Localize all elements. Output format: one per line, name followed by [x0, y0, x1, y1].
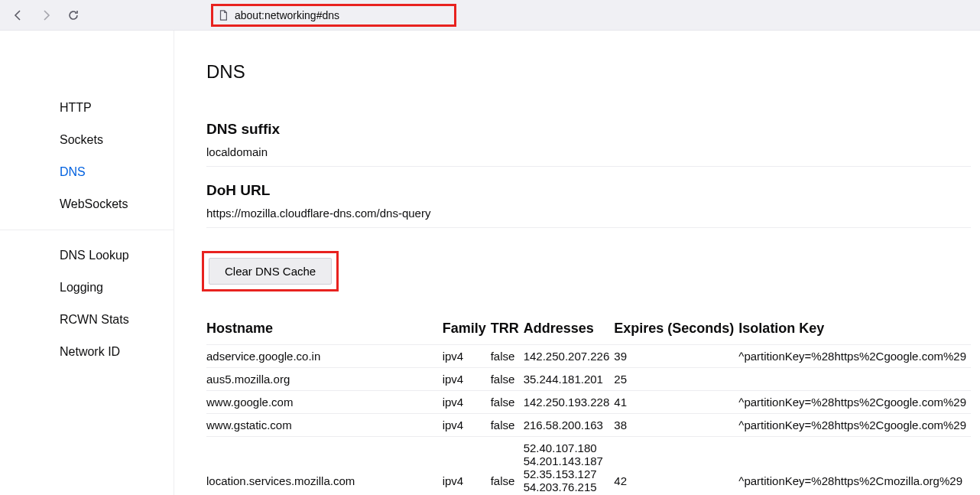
- cell-addresses: 142.250.207.226: [524, 345, 615, 368]
- table-row: www.gstatic.comipv4false216.58.200.16338…: [206, 414, 971, 437]
- dns-suffix-heading: DNS suffix: [206, 121, 971, 138]
- cell-family: ipv4: [443, 391, 491, 414]
- sidebar-item-network-id[interactable]: Network ID: [60, 336, 174, 368]
- column-family: Family: [443, 316, 491, 345]
- divider: [206, 227, 971, 228]
- sidebar-item-dns[interactable]: DNS: [60, 156, 174, 188]
- cell-expires: 42: [614, 437, 738, 496]
- sidebar-item-sockets[interactable]: Sockets: [60, 124, 174, 156]
- forward-button[interactable]: [34, 3, 58, 28]
- cell-expires: 38: [614, 414, 738, 437]
- address-value: 216.58.200.163: [524, 418, 610, 431]
- cell-hostname: aus5.mozilla.org: [206, 368, 443, 391]
- sidebar-item-dns-lookup[interactable]: DNS Lookup: [60, 239, 174, 272]
- address-value: 52.35.153.127: [524, 467, 610, 480]
- arrow-left-icon: [12, 9, 24, 21]
- dns-table: Hostname Family TRR Addresses Expires (S…: [206, 316, 971, 495]
- reload-button[interactable]: [61, 3, 86, 28]
- address-value: 54.203.76.215: [524, 480, 610, 493]
- cell-addresses: 216.58.200.163: [524, 414, 615, 437]
- address-value: 52.40.107.180: [524, 441, 610, 454]
- cell-hostname: www.gstatic.com: [206, 414, 443, 437]
- sidebar-item-logging[interactable]: Logging: [60, 272, 174, 304]
- cell-isolation: ^partitionKey=%28https%2Cmozilla.org%29: [738, 437, 971, 496]
- cell-addresses: 142.250.193.228: [524, 391, 615, 414]
- address-value: 35.244.181.201: [524, 373, 610, 386]
- doh-url-heading: DoH URL: [206, 182, 971, 199]
- address-value: 142.250.193.228: [524, 396, 610, 409]
- url-bar[interactable]: about:networking#dns: [211, 4, 456, 27]
- cell-family: ipv4: [443, 368, 491, 391]
- cell-expires: 25: [614, 368, 738, 391]
- doh-url-value: https://mozilla.cloudflare-dns.com/dns-q…: [206, 207, 971, 227]
- reload-icon: [67, 9, 80, 21]
- url-highlight: about:networking#dns: [211, 4, 456, 27]
- cell-trr: false: [491, 437, 524, 496]
- cell-family: ipv4: [443, 437, 491, 496]
- cell-hostname: www.google.com: [206, 391, 443, 414]
- cell-expires: 39: [614, 345, 738, 368]
- table-row: adservice.google.co.inipv4false142.250.2…: [206, 345, 971, 368]
- cell-trr: false: [491, 368, 524, 391]
- cell-isolation: [738, 368, 971, 391]
- cell-trr: false: [491, 414, 524, 437]
- dns-suffix-value: localdomain: [206, 145, 971, 166]
- cell-hostname: adservice.google.co.in: [206, 345, 443, 368]
- cell-addresses: 35.244.181.201: [524, 368, 615, 391]
- cell-addresses: 52.40.107.18054.201.143.18752.35.153.127…: [524, 437, 615, 496]
- address-value: 54.201.143.187: [524, 454, 610, 467]
- sidebar: HTTP Sockets DNS WebSockets DNS Lookup L…: [0, 31, 174, 495]
- sidebar-divider: [0, 230, 174, 230]
- divider: [206, 166, 971, 167]
- page-icon: [218, 10, 229, 21]
- table-row: location.services.mozilla.comipv4false52…: [206, 437, 971, 496]
- cell-trr: false: [491, 345, 524, 368]
- sidebar-item-websockets[interactable]: WebSockets: [60, 188, 174, 220]
- cell-isolation: ^partitionKey=%28https%2Cgoogle.com%29: [738, 414, 971, 437]
- column-addresses: Addresses: [524, 316, 615, 345]
- page-title: DNS: [206, 61, 971, 83]
- arrow-right-icon: [40, 9, 52, 21]
- browser-toolbar: about:networking#dns: [0, 0, 980, 31]
- cell-isolation: ^partitionKey=%28https%2Cgoogle.com%29: [738, 345, 971, 368]
- clear-dns-cache-button[interactable]: Clear DNS Cache: [209, 258, 332, 285]
- url-text: about:networking#dns: [235, 9, 339, 21]
- cell-family: ipv4: [443, 414, 491, 437]
- address-value: 142.250.207.226: [524, 350, 610, 363]
- table-row: aus5.mozilla.orgipv4false35.244.181.2012…: [206, 368, 971, 391]
- table-row: www.google.comipv4false142.250.193.22841…: [206, 391, 971, 414]
- column-isolation: Isolation Key: [738, 316, 971, 345]
- main-content: DNS DNS suffix localdomain DoH URL https…: [174, 31, 980, 495]
- cell-hostname: location.services.mozilla.com: [206, 437, 443, 496]
- cell-expires: 41: [614, 391, 738, 414]
- sidebar-item-rcwn-stats[interactable]: RCWN Stats: [60, 304, 174, 336]
- column-expires: Expires (Seconds): [614, 316, 738, 345]
- column-trr: TRR: [491, 316, 524, 345]
- cell-family: ipv4: [443, 345, 491, 368]
- cell-isolation: ^partitionKey=%28https%2Cgoogle.com%29: [738, 391, 971, 414]
- cell-trr: false: [491, 391, 524, 414]
- column-hostname: Hostname: [206, 316, 443, 345]
- back-button[interactable]: [6, 3, 31, 28]
- sidebar-item-http[interactable]: HTTP: [60, 92, 174, 124]
- clear-button-highlight: Clear DNS Cache: [202, 251, 339, 291]
